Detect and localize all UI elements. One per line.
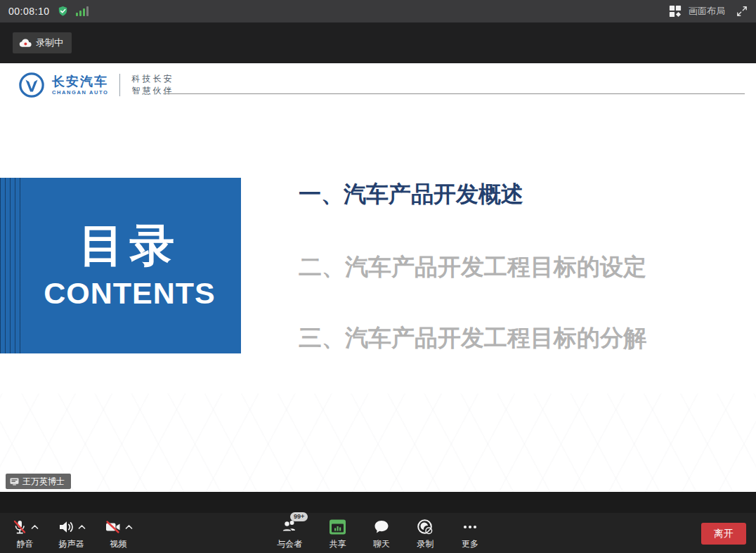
speaker-icon — [57, 519, 75, 535]
participants-label: 与会者 — [277, 538, 302, 550]
camera-off-icon — [104, 519, 122, 535]
expand-fullscreen-icon[interactable] — [736, 6, 748, 17]
chat-button[interactable]: 聊天 — [373, 516, 390, 550]
speaker-label: 扬声器 — [59, 538, 84, 550]
record-button[interactable]: 录制 — [417, 516, 434, 550]
contents-box-spine — [0, 178, 21, 353]
meeting-window: 00:08:10 画面布局 录制中 — [0, 0, 756, 553]
recording-status-badge[interactable]: 录制中 — [13, 32, 72, 53]
contents-box: 目录 CONTENTS — [0, 178, 241, 353]
contents-title-cn: 目录 — [79, 221, 181, 270]
tagline-line2: 智慧伙伴 — [131, 86, 174, 96]
microphone-muted-icon — [11, 519, 28, 535]
mute-button[interactable]: 静音 — [11, 516, 39, 550]
network-signal-icon — [76, 6, 89, 16]
toc-item-1: 一、汽车产品开发概述 — [299, 179, 523, 210]
layout-grid-icon[interactable] — [669, 5, 682, 18]
video-options-chevron[interactable] — [125, 524, 133, 530]
screen-share-icon — [10, 478, 19, 486]
record-status-icon — [417, 519, 434, 536]
mic-options-chevron[interactable] — [31, 524, 39, 530]
logo-divider — [119, 74, 120, 96]
slide-watermark — [0, 393, 756, 492]
recording-badge-label: 录制中 — [36, 37, 63, 49]
meeting-timer: 00:08:10 — [8, 6, 50, 17]
layout-label[interactable]: 画面布局 — [689, 5, 725, 18]
share-screen-button[interactable]: 共享 — [329, 516, 346, 550]
chat-label: 聊天 — [373, 538, 390, 550]
leave-meeting-button[interactable]: 离开 — [701, 523, 746, 545]
video-label: 视频 — [110, 538, 127, 550]
presenter-badge: 王万英博士 — [6, 474, 71, 489]
header-rule — [163, 93, 745, 94]
more-dots-icon — [461, 519, 479, 535]
speaker-button[interactable]: 扬声器 — [57, 516, 86, 550]
more-button[interactable]: 更多 — [461, 516, 479, 550]
video-button[interactable]: 视频 — [104, 516, 133, 550]
brand-name-cn: 长安汽车 — [52, 75, 108, 88]
contents-title-en: CONTENTS — [44, 276, 216, 311]
presenter-name: 王万英博士 — [22, 476, 65, 488]
bottom-toolbar: 静音 扬声器 — [0, 513, 756, 553]
security-shield-icon[interactable] — [57, 5, 69, 18]
bottom-gap-strip — [0, 492, 756, 513]
brand-name-en: CHANGAN AUTO — [52, 90, 108, 96]
record-label: 录制 — [417, 538, 434, 550]
speaker-options-chevron[interactable] — [78, 524, 86, 530]
toc-item-2: 二、汽车产品开发工程目标的设定 — [299, 252, 646, 283]
mute-label: 静音 — [17, 538, 34, 550]
changan-emblem-icon — [18, 72, 45, 98]
toc-item-3: 三、汽车产品开发工程目标的分解 — [299, 323, 646, 354]
participants-count-badge: 99+ — [290, 512, 308, 521]
recording-bar: 录制中 — [0, 22, 756, 63]
changan-logo: 长安汽车 CHANGAN AUTO 科技长安 智慧伙伴 — [18, 72, 174, 98]
top-status-bar: 00:08:10 画面布局 — [0, 0, 756, 22]
tagline-line1: 科技长安 — [131, 74, 174, 84]
chat-bubble-icon — [373, 519, 390, 535]
participants-button[interactable]: 99+ 与会者 — [277, 516, 302, 550]
cloud-recording-icon — [19, 38, 32, 48]
more-label: 更多 — [462, 538, 478, 550]
share-screen-icon — [329, 519, 346, 535]
share-label: 共享 — [330, 538, 346, 550]
shared-slide: 长安汽车 CHANGAN AUTO 科技长安 智慧伙伴 目录 CONTENTS … — [0, 63, 756, 492]
